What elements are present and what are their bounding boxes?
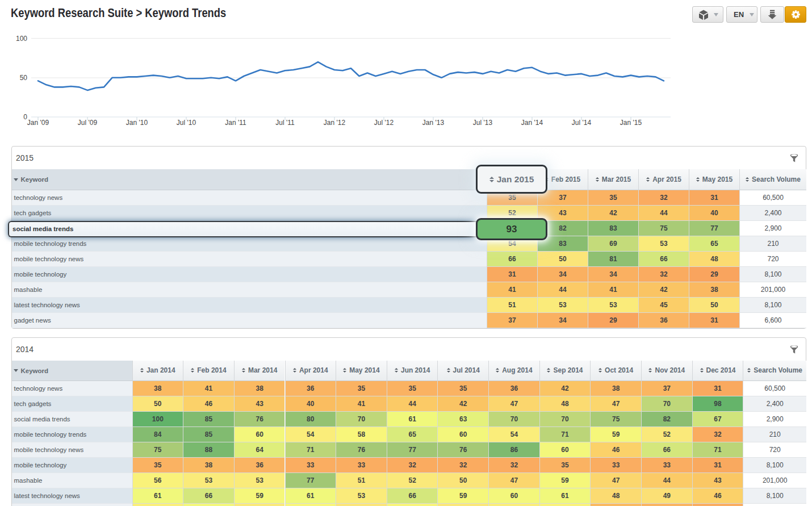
svg-text:50: 50 xyxy=(20,74,28,82)
svg-text:Jul '11: Jul '11 xyxy=(275,119,295,127)
svg-text:Jul '12: Jul '12 xyxy=(374,119,394,127)
svg-text:Jul '10: Jul '10 xyxy=(177,119,196,127)
svg-text:Jul '13: Jul '13 xyxy=(473,119,493,127)
svg-text:Jan '11: Jan '11 xyxy=(225,119,246,127)
svg-text:Jan '12: Jan '12 xyxy=(324,119,346,127)
svg-text:Jul '09: Jul '09 xyxy=(78,119,98,127)
svg-text:Jan '14: Jan '14 xyxy=(521,119,543,127)
svg-text:Jan '10: Jan '10 xyxy=(126,119,148,127)
svg-text:Jan '15: Jan '15 xyxy=(620,119,642,127)
svg-text:100: 100 xyxy=(16,35,27,43)
svg-text:Jul '14: Jul '14 xyxy=(572,119,592,127)
svg-text:Jan '09: Jan '09 xyxy=(27,119,49,127)
svg-text:Jan '13: Jan '13 xyxy=(422,119,445,127)
